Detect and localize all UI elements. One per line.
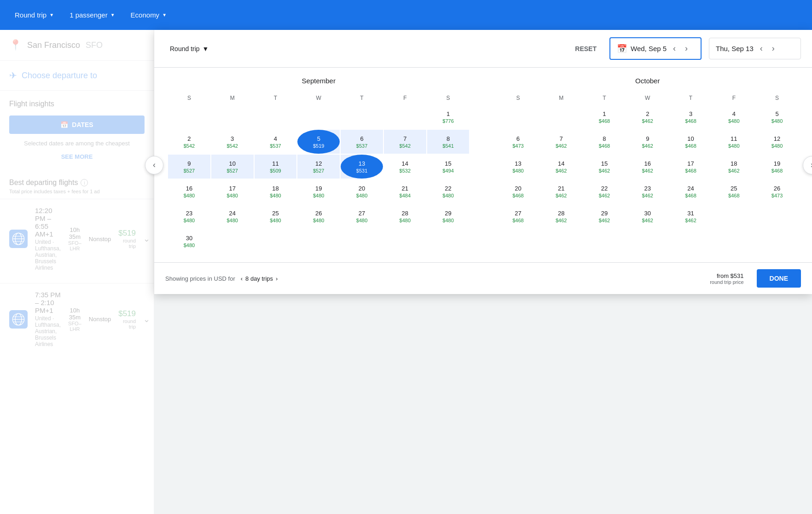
see-more-button[interactable]: SEE MORE	[61, 153, 93, 160]
calendar-day[interactable]: 12$527	[297, 155, 340, 179]
calendar-day[interactable]: 22$480	[427, 179, 470, 203]
calendar-day[interactable]: 7$462	[540, 130, 582, 154]
calendar-day[interactable]: 21$484	[384, 179, 426, 203]
calendar-day[interactable]: 15$494	[427, 155, 470, 179]
origin-field[interactable]: 📍 San Francisco SFO	[0, 30, 154, 61]
expand-icon[interactable]: ⌄	[143, 234, 150, 244]
day-header: M	[211, 92, 254, 104]
calendar-day[interactable]: 31$462	[670, 204, 712, 228]
calendar-day[interactable]: 27$468	[497, 204, 539, 228]
calendar-day[interactable]: 23$462	[626, 179, 669, 203]
calendar-day[interactable]: 12$480	[756, 130, 798, 154]
trip-days-selector[interactable]: ‹ 8 day trips ›	[241, 275, 278, 282]
calendar-day[interactable]: 20$480	[341, 179, 383, 203]
calendar-day[interactable]: 22$462	[583, 179, 626, 203]
calendar-day[interactable]: 8$541	[427, 130, 470, 154]
calendar-day[interactable]: 4$537	[255, 130, 297, 154]
calendar-day[interactable]: 29$480	[427, 204, 470, 228]
trip-type-selector[interactable]: Round trip ▼	[9, 7, 59, 23]
calendar-day[interactable]: 4$480	[713, 105, 755, 129]
calendar-day[interactable]: 16$462	[626, 155, 669, 179]
calendar-day[interactable]: 3$542	[211, 130, 254, 154]
september-calendar: September SMTWTFS1$7762$5423$5424$5375$5…	[168, 77, 470, 253]
calendar-day[interactable]: 6$537	[341, 130, 383, 154]
calendar-day[interactable]: 19$480	[297, 179, 340, 203]
return-date-field[interactable]: Thu, Sep 13 ‹ ›	[709, 38, 801, 59]
calendar-day[interactable]: 9$527	[168, 155, 210, 179]
depart-date-value: Wed, Sep 5	[631, 45, 667, 52]
calendar-day[interactable]: 20$468	[497, 179, 539, 203]
calendar-day[interactable]: 5$519	[297, 130, 340, 154]
calendar-day[interactable]: 17$468	[670, 155, 712, 179]
calendar-day[interactable]: 26$480	[297, 204, 340, 228]
calendar-day[interactable]: 7$542	[384, 130, 426, 154]
calendar-day[interactable]: 16$480	[168, 179, 210, 203]
calendar-day[interactable]: 13$480	[497, 155, 539, 179]
departure-text: Choose departure to	[22, 71, 97, 81]
calendar-day	[168, 105, 210, 129]
calendar-day[interactable]: 23$480	[168, 204, 210, 228]
calendar-day[interactable]: 25$480	[255, 204, 297, 228]
calendar-day[interactable]: 1$776	[427, 105, 470, 129]
flight-card[interactable]: 7:35 PM – 2:10 PM+1 United · Lufthansa, …	[0, 283, 154, 355]
calendar-day[interactable]: 21$462	[540, 179, 582, 203]
october-calendar: October SMTWTFS1$4682$4623$4684$4805$480…	[497, 77, 799, 253]
expand-icon[interactable]: ⌄	[143, 314, 150, 324]
cal-trip-chevron-icon: ▼	[203, 45, 209, 52]
calendar-day[interactable]: 9$462	[626, 130, 669, 154]
cal-trip-type-label: Round trip	[170, 45, 200, 52]
depart-prev-button[interactable]: ‹	[670, 42, 679, 55]
calendar-day[interactable]: 28$480	[384, 204, 426, 228]
airline-logo	[9, 310, 28, 329]
calendar-day[interactable]: 30$480	[168, 229, 210, 253]
depart-date-field[interactable]: 📅 Wed, Sep 5 ‹ ›	[609, 37, 702, 60]
calendar-day[interactable]: 2$542	[168, 130, 210, 154]
flight-route: SFO–LHR	[68, 321, 81, 332]
flight-card[interactable]: 12:20 PM – 6:55 AM+1 United · Lufthansa,…	[0, 199, 154, 278]
calendar-day[interactable]: 24$480	[211, 204, 254, 228]
dates-button[interactable]: 📅 DATES	[9, 116, 145, 134]
cal-trip-selector[interactable]: Round trip ▼	[165, 42, 213, 55]
calendar-day[interactable]: 13$531	[341, 155, 383, 179]
calendar-day[interactable]: 14$532	[384, 155, 426, 179]
calendar-day[interactable]: 27$480	[341, 204, 383, 228]
calendar-day[interactable]: 24$468	[670, 179, 712, 203]
calendar-day[interactable]: 14$462	[540, 155, 582, 179]
reset-button[interactable]: RESET	[569, 42, 602, 55]
calendar-day[interactable]: 25$468	[713, 179, 755, 203]
calendar-day[interactable]: 5$480	[756, 105, 798, 129]
calendar-day[interactable]: 2$462	[626, 105, 669, 129]
depart-next-button[interactable]: ›	[682, 42, 690, 55]
day-header: T	[583, 92, 626, 104]
return-date-value: Thu, Sep 13	[716, 45, 754, 52]
calendar-day[interactable]: 17$480	[211, 179, 254, 203]
calendar-day[interactable]: 10$468	[670, 130, 712, 154]
calendar-day[interactable]: 18$480	[255, 179, 297, 203]
calendar-day[interactable]: 18$462	[713, 155, 755, 179]
calendar-prev-month-button[interactable]: ‹	[145, 156, 163, 174]
calendar-day[interactable]: 28$462	[540, 204, 582, 228]
calendar-day[interactable]: 1$468	[583, 105, 626, 129]
return-prev-button[interactable]: ‹	[757, 42, 766, 55]
return-next-button[interactable]: ›	[769, 42, 777, 55]
day-header: M	[540, 92, 582, 104]
cabin-selector[interactable]: Economy ▼	[125, 7, 172, 23]
calendar-day[interactable]: 30$462	[626, 204, 669, 228]
trip-type-chevron-icon: ▼	[49, 12, 54, 17]
calendar-day[interactable]: 29$462	[583, 204, 626, 228]
calendar-day[interactable]: 11$480	[713, 130, 755, 154]
calendar-next-month-button[interactable]: ›	[803, 156, 812, 174]
calendar-day[interactable]: 19$468	[756, 155, 798, 179]
september-title: September	[168, 77, 470, 85]
day-header: S	[168, 92, 210, 104]
calendar-day[interactable]: 8$468	[583, 130, 626, 154]
calendar-day[interactable]: 11$509	[255, 155, 297, 179]
passengers-selector[interactable]: 1 passenger ▼	[64, 7, 120, 23]
done-button[interactable]: DONE	[757, 269, 801, 288]
calendar-day[interactable]: 26$473	[756, 179, 798, 203]
calendar-day[interactable]: 3$468	[670, 105, 712, 129]
calendar-day[interactable]: 6$473	[497, 130, 539, 154]
calendar-day[interactable]: 15$462	[583, 155, 626, 179]
day-header: S	[497, 92, 539, 104]
calendar-day[interactable]: 10$527	[211, 155, 254, 179]
